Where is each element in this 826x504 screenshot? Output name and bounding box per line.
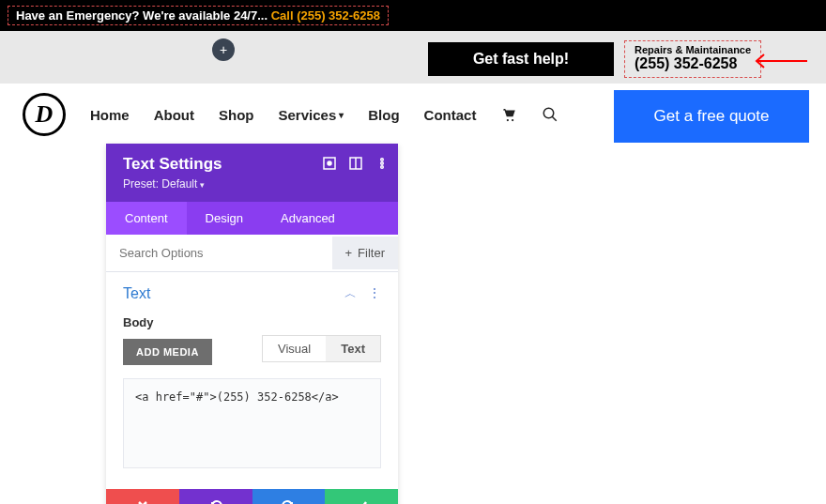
site-logo[interactable]: D [23,93,66,136]
panel-header: Text Settings Preset: Default [106,144,398,145]
repairs-phone: (255) 352-6258 [635,55,751,72]
nav-contact[interactable]: Contact [424,107,477,123]
nav-home[interactable]: Home [90,107,130,123]
search-icon[interactable] [542,106,558,123]
nav-services[interactable]: Services [279,107,344,123]
nav-about[interactable]: About [154,107,194,123]
header-gray-band: + Get fast help! Repairs & Maintainance … [0,31,826,84]
emergency-call-link[interactable]: Call (255) 352-6258 [271,8,380,23]
nav-blog[interactable]: Blog [368,107,399,123]
nav-shop[interactable]: Shop [219,107,254,123]
emergency-box[interactable]: Have an Emergency? We're available 24/7.… [8,6,389,25]
svg-point-2 [544,108,555,118]
emergency-text: Have an Emergency? We're available 24/7.… [16,8,271,23]
repairs-phone-box[interactable]: Repairs & Maintainance (255) 352-6258 [624,40,761,78]
text-settings-panel: Text Settings Preset: Default Content De… [106,144,398,145]
top-bar: Have an Emergency? We're available 24/7.… [0,0,826,31]
repairs-label: Repairs & Maintainance [635,44,751,55]
cart-icon[interactable] [500,106,517,123]
annotation-arrow-left [751,52,807,70]
fast-help-button[interactable]: Get fast help! [428,42,614,76]
get-quote-button[interactable]: Get a free quote [614,90,809,143]
add-module-button[interactable]: + [212,38,235,61]
svg-line-3 [553,116,558,121]
